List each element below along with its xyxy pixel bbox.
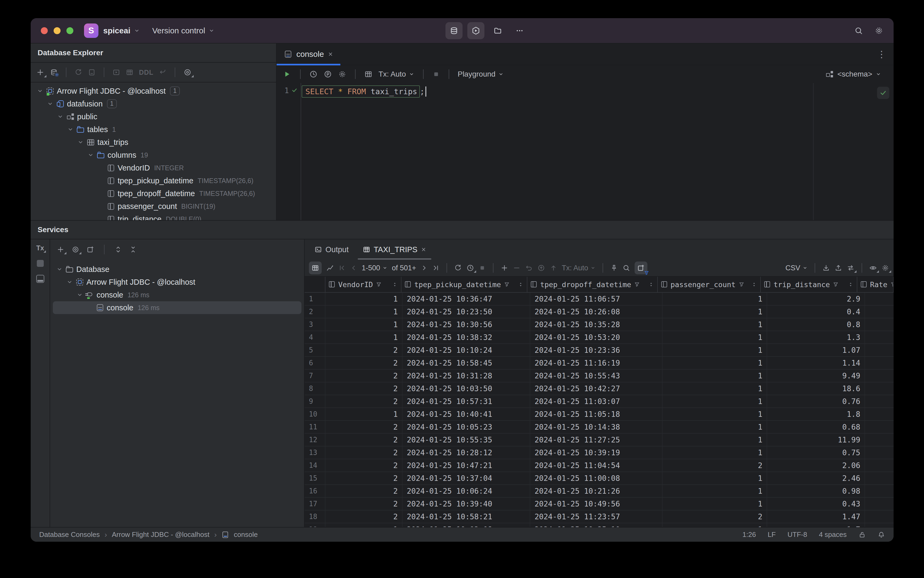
rate-cell[interactable] bbox=[864, 459, 893, 471]
pin-tab-button[interactable] bbox=[610, 264, 618, 272]
tree-item[interactable]: tables 1 bbox=[31, 123, 276, 136]
sort-arrows-icon[interactable] bbox=[392, 281, 398, 287]
pickup-datetime-cell[interactable]: 2024-01-25 10:30:56 bbox=[402, 318, 530, 331]
tree-item[interactable]: passenger_count BIGINT(19) bbox=[31, 200, 276, 213]
datasource-properties-button[interactable] bbox=[50, 68, 58, 76]
breadcrumb-item[interactable]: console bbox=[234, 531, 258, 539]
more-tool-windows-button[interactable] bbox=[511, 22, 528, 39]
pickup-datetime-cell[interactable]: 2024-01-25 10:02:08 bbox=[402, 523, 530, 527]
pickup-datetime-cell[interactable]: 2024-01-25 10:36:47 bbox=[402, 293, 530, 305]
chevron-down-icon[interactable] bbox=[47, 100, 53, 107]
trip-distance-cell[interactable]: 0.68 bbox=[767, 421, 864, 433]
table-row[interactable]: 4 1 2024-01-25 10:38:32 2024-01-25 10:53… bbox=[305, 331, 893, 344]
navigate-to-ddl-button[interactable] bbox=[159, 68, 167, 76]
compare-button[interactable] bbox=[847, 264, 855, 272]
trip-distance-cell[interactable]: 0.76 bbox=[767, 395, 864, 408]
expand-all-button[interactable] bbox=[114, 245, 122, 253]
previous-page-button[interactable] bbox=[350, 264, 357, 272]
rate-cell[interactable] bbox=[864, 485, 893, 497]
passenger-count-cell[interactable]: 1 bbox=[662, 382, 767, 395]
table-row[interactable]: 2 1 2024-01-25 10:23:50 2024-01-25 10:26… bbox=[305, 305, 893, 318]
table-view-button[interactable] bbox=[309, 261, 322, 274]
table-row[interactable]: 10 1 2024-01-25 10:40:41 2024-01-25 11:0… bbox=[305, 408, 893, 421]
rate-cell[interactable] bbox=[864, 357, 893, 369]
row-number-cell[interactable]: 8 bbox=[305, 382, 325, 395]
table-row[interactable]: 14 2 2024-01-25 10:47:21 2024-01-25 11:0… bbox=[305, 459, 893, 472]
pickup-datetime-cell[interactable]: 2024-01-25 10:31:28 bbox=[402, 370, 530, 382]
indent-widget[interactable]: 4 spaces bbox=[819, 531, 847, 539]
vendor-id-cell[interactable]: 1 bbox=[325, 305, 402, 318]
grid-settings-button[interactable] bbox=[881, 264, 889, 272]
trip-distance-cell[interactable]: 1.8 bbox=[767, 408, 864, 420]
vendor-id-cell[interactable]: 2 bbox=[325, 446, 402, 459]
first-page-button[interactable] bbox=[338, 264, 346, 272]
passenger-count-cell[interactable]: 1 bbox=[662, 408, 767, 420]
breadcrumb-item[interactable]: Arrow Flight JDBC - @localhost bbox=[112, 531, 209, 539]
vendor-id-cell[interactable]: 1 bbox=[325, 408, 402, 420]
tree-item[interactable]: public bbox=[31, 110, 276, 123]
table-row[interactable]: 6 2 2024-01-25 10:58:45 2024-01-25 11:16… bbox=[305, 357, 893, 370]
pickup-datetime-cell[interactable]: 2024-01-25 10:05:23 bbox=[402, 421, 530, 433]
sort-arrows-icon[interactable] bbox=[848, 281, 854, 287]
rate-cell[interactable] bbox=[864, 382, 893, 395]
vendor-id-cell[interactable]: 2 bbox=[325, 382, 402, 395]
trip-distance-cell[interactable]: 0.98 bbox=[767, 485, 864, 497]
column-header[interactable]: VendorID bbox=[325, 277, 401, 292]
table-row[interactable]: 3 1 2024-01-25 10:30:56 2024-01-25 10:35… bbox=[305, 318, 893, 331]
execute-button[interactable] bbox=[282, 70, 292, 79]
dropoff-datetime-cell[interactable]: 2024-01-25 10:49:56 bbox=[530, 498, 662, 510]
row-number-cell[interactable]: 6 bbox=[305, 357, 325, 369]
push-button[interactable] bbox=[550, 264, 558, 272]
trip-distance-cell[interactable]: 1.47 bbox=[767, 510, 864, 523]
tab-console[interactable]: console bbox=[277, 44, 340, 65]
row-number-cell[interactable]: 2 bbox=[305, 305, 325, 318]
pickup-datetime-cell[interactable]: 2024-01-25 10:10:24 bbox=[402, 344, 530, 356]
tab-output[interactable]: Output bbox=[308, 239, 355, 260]
vendor-id-cell[interactable]: 2 bbox=[325, 357, 402, 369]
vendor-id-cell[interactable]: 2 bbox=[325, 370, 402, 382]
table-row[interactable]: 16 2 2024-01-25 10:06:24 2024-01-25 10:2… bbox=[305, 485, 893, 498]
trip-distance-cell[interactable]: 1.07 bbox=[767, 344, 864, 356]
passenger-count-cell[interactable]: 1 bbox=[662, 331, 767, 343]
add-row-button[interactable] bbox=[501, 264, 508, 272]
row-number-cell[interactable]: 9 bbox=[305, 395, 325, 408]
chart-view-button[interactable] bbox=[326, 264, 334, 272]
dropoff-datetime-cell[interactable]: 2024-01-25 10:53:20 bbox=[530, 331, 662, 343]
passenger-count-cell[interactable]: 1 bbox=[662, 421, 767, 433]
stop-square-icon[interactable] bbox=[37, 260, 44, 267]
tab-taxi-trips[interactable]: TAXI_TRIPS bbox=[357, 239, 433, 260]
rate-cell[interactable] bbox=[864, 344, 893, 356]
dropoff-datetime-cell[interactable]: 2024-01-25 11:05:18 bbox=[530, 408, 662, 420]
refresh-button[interactable] bbox=[75, 68, 83, 76]
line-separator-widget[interactable]: LF bbox=[768, 531, 776, 539]
rate-cell[interactable] bbox=[864, 434, 893, 446]
export-button[interactable] bbox=[834, 264, 842, 272]
row-number-cell[interactable]: 19 bbox=[305, 523, 325, 527]
playground-dropdown[interactable]: Playground bbox=[458, 70, 504, 78]
open-in-new-tab-button[interactable] bbox=[86, 245, 94, 253]
funnel-icon[interactable] bbox=[890, 281, 893, 288]
browse-tables-button[interactable] bbox=[364, 70, 373, 78]
rate-cell[interactable] bbox=[864, 395, 893, 408]
pickup-datetime-cell[interactable]: 2024-01-25 10:03:50 bbox=[402, 382, 530, 395]
minimize-window-button[interactable] bbox=[53, 27, 60, 34]
trip-distance-cell[interactable]: 2.9 bbox=[767, 293, 864, 305]
jump-to-console-button[interactable] bbox=[88, 68, 96, 76]
dropoff-datetime-cell[interactable]: 2024-01-25 10:42:27 bbox=[530, 382, 662, 395]
chevron-down-icon[interactable] bbox=[87, 151, 94, 159]
run-widget-button[interactable] bbox=[467, 22, 485, 39]
vendor-id-cell[interactable]: 1 bbox=[325, 331, 402, 343]
row-number-cell[interactable]: 14 bbox=[305, 459, 325, 471]
dropoff-datetime-cell[interactable]: 2024-01-25 10:14:38 bbox=[530, 421, 662, 433]
rate-cell[interactable] bbox=[864, 472, 893, 484]
code-area[interactable]: SELECT * FROM taxi_trips; bbox=[301, 83, 426, 220]
passenger-count-cell[interactable]: 1 bbox=[662, 472, 767, 484]
rate-cell[interactable] bbox=[864, 305, 893, 318]
row-number-cell[interactable]: 7 bbox=[305, 370, 325, 382]
table-row[interactable]: 9 2 2024-01-25 10:57:31 2024-01-25 11:03… bbox=[305, 395, 893, 408]
vendor-id-cell[interactable]: 2 bbox=[325, 472, 402, 484]
dropoff-datetime-cell[interactable]: 2024-01-25 11:04:54 bbox=[530, 459, 662, 471]
row-number-cell[interactable]: 3 bbox=[305, 318, 325, 331]
tree-item[interactable]: columns 19 bbox=[31, 149, 276, 161]
tree-item[interactable]: VendorID INTEGER bbox=[31, 161, 276, 174]
